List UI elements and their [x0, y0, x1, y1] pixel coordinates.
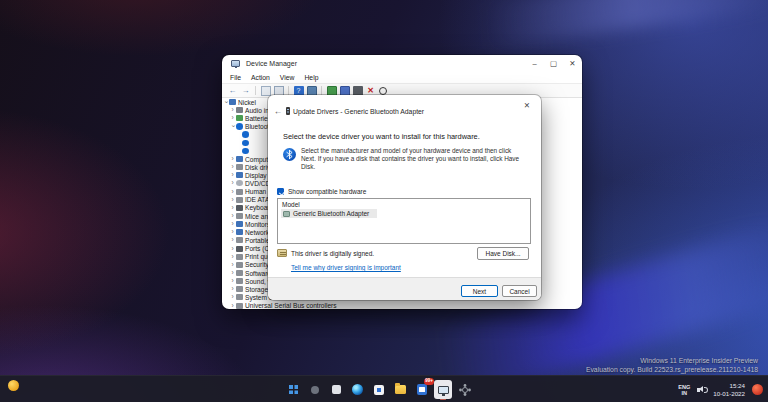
- dialog-header: ← Update Drivers - Generic Bluetooth Ada…: [272, 106, 424, 116]
- chevron-right-icon[interactable]: ›: [229, 212, 236, 220]
- hid-icon: [236, 189, 243, 195]
- chevron-right-icon[interactable]: ›: [229, 106, 236, 114]
- chevron-right-icon[interactable]: ›: [229, 245, 236, 253]
- digital-signature-icon: [277, 249, 287, 257]
- back-icon[interactable]: ←: [228, 86, 238, 96]
- person-icon[interactable]: [353, 86, 363, 96]
- bluetooth-icon: [242, 140, 249, 147]
- menu-action[interactable]: Action: [246, 74, 275, 81]
- driver-icon: [286, 107, 290, 115]
- model-listbox[interactable]: Model Generic Bluetooth Adapter: [277, 198, 531, 244]
- chevron-right-icon[interactable]: ›: [229, 285, 236, 293]
- list-icon[interactable]: [261, 86, 271, 96]
- menu-view[interactable]: View: [275, 74, 300, 81]
- chevron-right-icon[interactable]: ›: [229, 228, 236, 236]
- adapter-icon: [283, 211, 290, 217]
- minimize-icon[interactable]: –: [525, 55, 544, 72]
- monitor-icon: [236, 221, 243, 227]
- device-manager-icon[interactable]: [434, 380, 452, 399]
- tree-item-label: Nickel: [238, 99, 256, 106]
- next-button[interactable]: Next: [461, 285, 498, 297]
- chevron-right-icon[interactable]: ›: [229, 171, 236, 179]
- show-compatible-hardware-row[interactable]: Show compatible hardware: [277, 188, 366, 195]
- chevron-right-icon[interactable]: ›: [229, 293, 236, 301]
- back-arrow-icon[interactable]: ←: [272, 106, 284, 116]
- flag-icon[interactable]: [340, 86, 350, 96]
- bluetooth-icon: [236, 123, 243, 130]
- chevron-right-icon[interactable]: ›: [229, 196, 236, 204]
- chevron-right-icon[interactable]: ›: [229, 155, 236, 163]
- start-icon[interactable]: [285, 380, 303, 399]
- language-line2: IN: [678, 390, 690, 396]
- close-icon[interactable]: ✕: [563, 55, 582, 72]
- mail-icon[interactable]: 99+: [413, 380, 431, 399]
- start-icon: [289, 385, 299, 395]
- clock[interactable]: 15:24 10-01-2022: [713, 382, 745, 397]
- driver-signing-link[interactable]: Tell me why driver signing is important: [291, 264, 401, 271]
- task-view-icon: [332, 385, 341, 394]
- language-line1: ENG: [678, 384, 690, 390]
- update-driver-icon[interactable]: [327, 86, 337, 96]
- cancel-button[interactable]: Cancel: [502, 285, 537, 297]
- help-icon[interactable]: ?: [294, 86, 304, 96]
- chevron-right-icon[interactable]: ›: [229, 204, 236, 212]
- chevron-right-icon[interactable]: ›: [229, 188, 236, 196]
- task-view-icon[interactable]: [327, 380, 345, 399]
- network-icon: [236, 229, 243, 235]
- uninstall-icon[interactable]: ✕: [366, 86, 376, 96]
- checkbox-label: Show compatible hardware: [288, 188, 366, 195]
- have-disk-button[interactable]: Have Disk...: [477, 247, 529, 260]
- chevron-right-icon[interactable]: ›: [229, 179, 236, 187]
- tree-item-label: Monitors: [245, 221, 270, 228]
- settings-icon: [462, 387, 468, 393]
- menu-bar: FileActionViewHelp: [222, 72, 582, 84]
- monitor-icon[interactable]: [307, 86, 317, 96]
- update-drivers-dialog: ✕ ← Update Drivers - Generic Bluetooth A…: [268, 95, 541, 300]
- dialog-close-icon[interactable]: ✕: [521, 100, 533, 111]
- menu-file[interactable]: File: [225, 74, 246, 81]
- bluetooth-icon: [283, 148, 296, 161]
- checkbox-checked-icon[interactable]: [277, 188, 284, 195]
- dialog-title: Update Drivers - Generic Bluetooth Adapt…: [293, 108, 424, 115]
- desktop-wallpaper: Windows 11 Enterprise Insider Preview Ev…: [0, 0, 768, 402]
- chevron-right-icon[interactable]: ›: [229, 253, 236, 261]
- tree-row[interactable]: ›Universal Serial Bus controllers: [222, 302, 582, 309]
- battery-icon: [236, 115, 243, 121]
- notification-dot-icon[interactable]: [752, 384, 763, 395]
- weather-widget[interactable]: [8, 380, 23, 391]
- properties-icon[interactable]: [274, 86, 284, 96]
- edge-icon[interactable]: [349, 380, 367, 399]
- scan-icon[interactable]: [379, 87, 387, 95]
- chevron-right-icon[interactable]: ›: [229, 261, 236, 269]
- taskbar-apps: 99+: [283, 380, 475, 399]
- tree-item-label: Universal Serial Bus controllers: [245, 302, 337, 309]
- watermark-line2: Evaluation copy. Build 22523.rs_prerelea…: [586, 366, 758, 375]
- list-item[interactable]: Generic Bluetooth Adapter: [281, 209, 377, 218]
- chevron-down-icon[interactable]: ›: [222, 99, 230, 106]
- device-manager-icon: [438, 386, 449, 394]
- forward-icon[interactable]: →: [241, 86, 251, 96]
- chevron-right-icon[interactable]: ›: [229, 163, 236, 171]
- taskbar: 99+ ENG IN 15:24 10-01-2022: [0, 375, 768, 402]
- chevron-right-icon[interactable]: ›: [229, 236, 236, 244]
- chevron-right-icon[interactable]: ›: [229, 220, 236, 228]
- menu-help[interactable]: Help: [299, 74, 323, 81]
- search-icon[interactable]: [306, 380, 324, 399]
- chevron-right-icon[interactable]: ›: [229, 269, 236, 277]
- store-icon[interactable]: [370, 380, 388, 399]
- watermark-line1: Windows 11 Enterprise Insider Preview: [586, 357, 758, 366]
- file-explorer-icon[interactable]: [392, 380, 410, 399]
- maximize-icon[interactable]: ▢: [544, 55, 563, 72]
- portable-icon: [236, 237, 243, 243]
- mail-icon: [417, 384, 428, 395]
- chevron-right-icon[interactable]: ›: [229, 114, 236, 122]
- chevron-right-icon[interactable]: ›: [229, 277, 236, 285]
- language-indicator[interactable]: ENG IN: [678, 384, 690, 396]
- chevron-down-icon[interactable]: ›: [229, 123, 237, 130]
- chevron-right-icon[interactable]: ›: [229, 302, 236, 309]
- volume-icon[interactable]: [697, 385, 706, 394]
- ide-icon: [236, 197, 243, 203]
- settings-icon[interactable]: [456, 380, 474, 399]
- wallpaper-streak-top: [466, 0, 768, 51]
- device-manager-titlebar[interactable]: Device Manager – ▢ ✕: [222, 55, 582, 72]
